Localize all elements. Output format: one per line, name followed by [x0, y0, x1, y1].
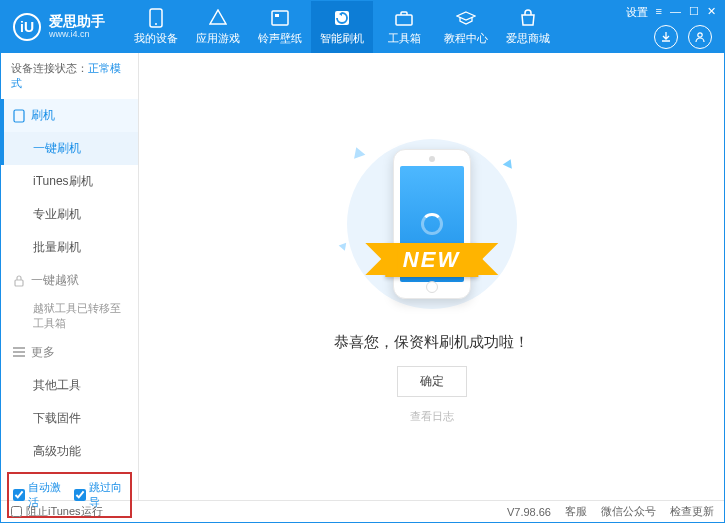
phone-icon [146, 8, 166, 28]
svg-rect-8 [15, 280, 23, 286]
main-nav: 我的设备 应用游戏 铃声壁纸 智能刷机 工具箱 教程中心 爱思商城 [125, 1, 626, 53]
new-ribbon: NEW [385, 243, 478, 277]
sidebar: 设备连接状态：正常模式 刷机 一键刷机 iTunes刷机 专业刷机 批量刷机 一… [1, 53, 139, 500]
sidebar-item-batch-flash[interactable]: 批量刷机 [1, 231, 138, 264]
nav-apps[interactable]: 应用游戏 [187, 1, 249, 53]
nav-media[interactable]: 铃声壁纸 [249, 1, 311, 53]
app-name: 爱思助手 [49, 14, 105, 29]
svg-rect-7 [14, 110, 24, 122]
svg-rect-2 [272, 11, 288, 25]
success-message: 恭喜您，保资料刷机成功啦！ [334, 333, 529, 352]
app-logo-icon: iU [13, 13, 41, 41]
checkbox-block-itunes[interactable]: 阻止iTunes运行 [11, 504, 103, 519]
phone-small-icon [13, 109, 25, 123]
spinner-icon [421, 213, 443, 235]
tutorial-icon [456, 8, 476, 28]
menu-icon[interactable]: ≡ [656, 5, 662, 17]
titlebar: iU 爱思助手 www.i4.cn 我的设备 应用游戏 铃声壁纸 智能刷机 工具… [1, 1, 724, 53]
connection-status: 设备连接状态：正常模式 [1, 53, 138, 99]
view-log-link[interactable]: 查看日志 [410, 409, 454, 424]
check-update-link[interactable]: 检查更新 [670, 504, 714, 519]
jailbreak-note: 越狱工具已转移至工具箱 [1, 297, 138, 336]
nav-my-device[interactable]: 我的设备 [125, 1, 187, 53]
sidebar-item-pro-flash[interactable]: 专业刷机 [1, 198, 138, 231]
lock-icon [13, 275, 25, 287]
nav-tutorial[interactable]: 教程中心 [435, 1, 497, 53]
app-url: www.i4.cn [49, 30, 105, 40]
svg-rect-3 [275, 14, 279, 17]
toolbox-icon [394, 8, 414, 28]
wechat-link[interactable]: 微信公众号 [601, 504, 656, 519]
sidebar-item-itunes-flash[interactable]: iTunes刷机 [1, 165, 138, 198]
download-button[interactable] [654, 25, 678, 49]
list-icon [13, 347, 25, 357]
sidebar-item-download-fw[interactable]: 下载固件 [1, 402, 138, 435]
minimize-icon[interactable]: — [670, 5, 681, 17]
sidebar-item-other-tools[interactable]: 其他工具 [1, 369, 138, 402]
sidebar-section-more[interactable]: 更多 [1, 336, 138, 369]
svg-rect-5 [396, 15, 412, 25]
nav-flash[interactable]: 智能刷机 [311, 1, 373, 53]
sidebar-section-jailbreak[interactable]: 一键越狱 [1, 264, 138, 297]
wallpaper-icon [270, 8, 290, 28]
svg-point-1 [155, 23, 157, 25]
sidebar-item-oneclick-flash[interactable]: 一键刷机 [1, 132, 138, 165]
logo-area: iU 爱思助手 www.i4.cn [1, 13, 117, 41]
support-link[interactable]: 客服 [565, 504, 587, 519]
close-icon[interactable]: ✕ [707, 5, 716, 18]
main-content: NEW 恭喜您，保资料刷机成功啦！ 确定 查看日志 [139, 53, 724, 500]
ok-button[interactable]: 确定 [397, 366, 467, 397]
version-label: V7.98.66 [507, 506, 551, 518]
maximize-icon[interactable]: ☐ [689, 5, 699, 18]
flash-icon [332, 8, 352, 28]
window-controls: 设置 ≡ — ☐ ✕ [626, 1, 724, 20]
nav-toolbox[interactable]: 工具箱 [373, 1, 435, 53]
user-button[interactable] [688, 25, 712, 49]
sidebar-item-advanced[interactable]: 高级功能 [1, 435, 138, 468]
sidebar-section-flash[interactable]: 刷机 [1, 99, 138, 132]
success-illustration: NEW [332, 129, 532, 319]
nav-store[interactable]: 爱思商城 [497, 1, 559, 53]
store-icon [518, 8, 538, 28]
svg-point-6 [698, 32, 702, 36]
settings-link[interactable]: 设置 [626, 5, 648, 20]
apps-icon [208, 8, 228, 28]
